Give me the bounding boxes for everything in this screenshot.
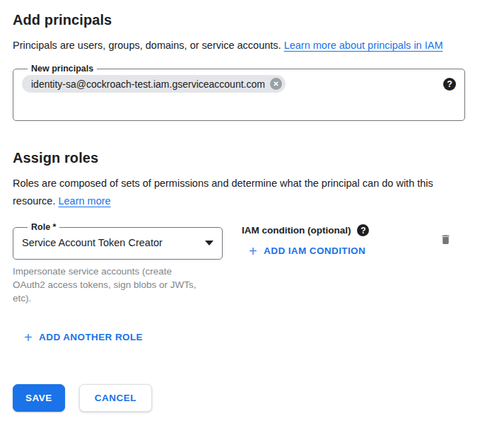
intro-text: Principals are users, groups, domains, o… [13, 37, 469, 54]
plus-icon: + [249, 246, 257, 256]
role-label: Role * [28, 223, 59, 232]
role-row: Role * Service Account Token Creator Imp… [13, 223, 491, 305]
principals-help-button[interactable]: ? [443, 78, 456, 91]
iam-condition-label: IAM condition (optional) [242, 225, 351, 236]
assign-roles-title: Assign roles [13, 149, 491, 166]
iam-condition-label-row: IAM condition (optional) ? [242, 224, 369, 236]
intro-text-body: Principals are users, groups, domains, o… [13, 40, 284, 51]
new-principals-label: New principals [28, 64, 97, 74]
role-select[interactable]: Role * Service Account Token Creator [13, 223, 223, 260]
action-bar: SAVE CANCEL [13, 384, 491, 412]
page-title: Add principals [13, 11, 491, 28]
plus-icon: + [24, 333, 33, 342]
cancel-button[interactable]: CANCEL [79, 384, 152, 412]
dropdown-arrow-icon [205, 241, 213, 245]
principals-row: identity-sa@cockroach-test.iam.gservicea… [22, 75, 456, 93]
add-another-role-label: ADD ANOTHER ROLE [39, 332, 143, 342]
add-iam-condition-button[interactable]: + ADD IAM CONDITION [249, 245, 365, 256]
help-icon: ? [361, 226, 365, 236]
save-button[interactable]: SAVE [13, 384, 65, 412]
roles-description: Roles are composed of sets of permission… [13, 175, 447, 210]
principal-chip: identity-sa@cockroach-test.iam.gservicea… [22, 75, 286, 93]
role-column: Role * Service Account Token Creator Imp… [13, 223, 223, 305]
add-another-role-button[interactable]: + ADD ANOTHER ROLE [24, 332, 143, 342]
principal-chip-label: identity-sa@cockroach-test.iam.gservicea… [31, 79, 265, 90]
close-icon: ✕ [273, 80, 279, 88]
learn-more-roles-link[interactable]: Learn more [58, 195, 110, 207]
trash-icon [440, 233, 452, 246]
role-select-row: Service Account Token Creator [22, 232, 213, 253]
help-icon: ? [447, 79, 452, 89]
add-iam-condition-label: ADD IAM CONDITION [264, 245, 365, 256]
delete-role-button[interactable] [438, 231, 453, 250]
learn-more-principals-link[interactable]: Learn more about principals in IAM [284, 40, 443, 51]
remove-principal-button[interactable]: ✕ [270, 78, 282, 90]
add-principals-panel: Add principals Principals are users, gro… [0, 0, 504, 412]
role-helper-text: Impersonate service accounts (create OAu… [13, 265, 200, 305]
iam-condition-column: IAM condition (optional) ? + ADD IAM CON… [242, 223, 369, 259]
new-principals-field[interactable]: New principals identity-sa@cockroach-tes… [13, 64, 465, 121]
role-selected-value: Service Account Token Creator [22, 237, 163, 248]
delete-column [438, 223, 453, 250]
iam-condition-help-button[interactable]: ? [357, 224, 369, 236]
